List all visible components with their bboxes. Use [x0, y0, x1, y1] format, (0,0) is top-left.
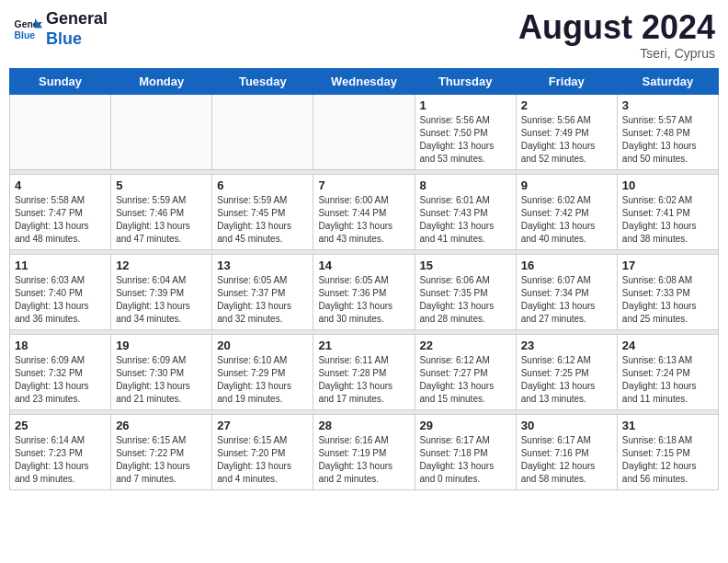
calendar-cell: 16Sunrise: 6:07 AM Sunset: 7:34 PM Dayli…	[516, 254, 617, 329]
calendar-week-4: 18Sunrise: 6:09 AM Sunset: 7:32 PM Dayli…	[10, 334, 719, 409]
calendar-cell	[111, 94, 212, 169]
day-number: 3	[622, 98, 713, 112]
calendar-cell: 8Sunrise: 6:01 AM Sunset: 7:43 PM Daylig…	[415, 174, 516, 249]
calendar-cell: 10Sunrise: 6:02 AM Sunset: 7:41 PM Dayli…	[617, 174, 718, 249]
day-info: Sunrise: 6:06 AM Sunset: 7:35 PM Dayligh…	[420, 274, 511, 326]
day-info: Sunrise: 6:10 AM Sunset: 7:29 PM Dayligh…	[217, 354, 308, 406]
calendar-cell: 7Sunrise: 6:00 AM Sunset: 7:44 PM Daylig…	[313, 174, 415, 249]
day-number: 11	[15, 259, 106, 272]
day-info: Sunrise: 6:18 AM Sunset: 7:15 PM Dayligh…	[622, 434, 713, 486]
calendar-cell: 5Sunrise: 5:59 AM Sunset: 7:46 PM Daylig…	[111, 174, 212, 249]
day-info: Sunrise: 6:02 AM Sunset: 7:42 PM Dayligh…	[521, 194, 612, 246]
location: Tseri, Cyprus	[518, 46, 715, 61]
day-number: 12	[116, 259, 207, 272]
calendar-cell: 11Sunrise: 6:03 AM Sunset: 7:40 PM Dayli…	[10, 254, 111, 329]
calendar-week-5: 25Sunrise: 6:14 AM Sunset: 7:23 PM Dayli…	[10, 414, 719, 489]
calendar-cell	[212, 94, 313, 169]
day-number: 1	[420, 98, 511, 112]
calendar-cell: 6Sunrise: 5:59 AM Sunset: 7:45 PM Daylig…	[212, 174, 313, 249]
calendar-cell: 12Sunrise: 6:04 AM Sunset: 7:39 PM Dayli…	[111, 254, 212, 329]
calendar-cell: 18Sunrise: 6:09 AM Sunset: 7:32 PM Dayli…	[10, 334, 111, 409]
day-number: 18	[15, 339, 106, 352]
svg-text:Blue: Blue	[15, 29, 36, 40]
weekday-header-saturday: Saturday	[617, 68, 718, 94]
day-info: Sunrise: 6:07 AM Sunset: 7:34 PM Dayligh…	[521, 274, 612, 326]
day-info: Sunrise: 6:08 AM Sunset: 7:33 PM Dayligh…	[622, 274, 713, 326]
weekday-header-tuesday: Tuesday	[212, 68, 313, 94]
day-number: 22	[420, 339, 511, 352]
day-number: 21	[318, 339, 409, 352]
calendar-week-3: 11Sunrise: 6:03 AM Sunset: 7:40 PM Dayli…	[10, 254, 719, 329]
day-info: Sunrise: 6:12 AM Sunset: 7:27 PM Dayligh…	[420, 354, 511, 406]
day-info: Sunrise: 6:12 AM Sunset: 7:25 PM Dayligh…	[521, 354, 612, 406]
day-number: 5	[116, 178, 207, 192]
logo: General Blue General Blue	[13, 9, 108, 49]
day-info: Sunrise: 6:14 AM Sunset: 7:23 PM Dayligh…	[15, 434, 106, 486]
weekday-header-friday: Friday	[516, 68, 617, 94]
day-info: Sunrise: 5:58 AM Sunset: 7:47 PM Dayligh…	[15, 194, 106, 246]
day-number: 23	[521, 339, 612, 352]
calendar-cell: 15Sunrise: 6:06 AM Sunset: 7:35 PM Dayli…	[415, 254, 516, 329]
logo-icon: General Blue	[13, 15, 42, 44]
day-number: 7	[318, 178, 409, 192]
month-title: August 2024	[518, 9, 715, 46]
calendar-cell: 20Sunrise: 6:10 AM Sunset: 7:29 PM Dayli…	[212, 334, 313, 409]
day-info: Sunrise: 6:15 AM Sunset: 7:22 PM Dayligh…	[116, 434, 207, 486]
calendar-cell: 4Sunrise: 5:58 AM Sunset: 7:47 PM Daylig…	[10, 174, 111, 249]
day-info: Sunrise: 5:56 AM Sunset: 7:49 PM Dayligh…	[521, 114, 612, 166]
day-number: 2	[521, 98, 612, 112]
day-info: Sunrise: 6:09 AM Sunset: 7:30 PM Dayligh…	[116, 354, 207, 406]
day-number: 27	[217, 419, 308, 432]
day-info: Sunrise: 6:02 AM Sunset: 7:41 PM Dayligh…	[622, 194, 713, 246]
calendar-cell: 21Sunrise: 6:11 AM Sunset: 7:28 PM Dayli…	[313, 334, 415, 409]
day-number: 30	[521, 419, 612, 432]
calendar-table: SundayMondayTuesdayWednesdayThursdayFrid…	[9, 68, 719, 490]
day-number: 13	[217, 259, 308, 272]
calendar-week-1: 1Sunrise: 5:56 AM Sunset: 7:50 PM Daylig…	[10, 94, 719, 169]
calendar-cell: 31Sunrise: 6:18 AM Sunset: 7:15 PM Dayli…	[617, 414, 718, 489]
day-info: Sunrise: 6:00 AM Sunset: 7:44 PM Dayligh…	[318, 194, 409, 246]
day-number: 4	[15, 178, 106, 192]
day-info: Sunrise: 5:59 AM Sunset: 7:46 PM Dayligh…	[116, 194, 207, 246]
day-number: 10	[622, 178, 713, 192]
day-number: 6	[217, 178, 308, 192]
day-number: 9	[521, 178, 612, 192]
calendar-cell: 24Sunrise: 6:13 AM Sunset: 7:24 PM Dayli…	[617, 334, 718, 409]
day-number: 14	[318, 259, 409, 272]
day-number: 29	[420, 419, 511, 432]
calendar-cell	[313, 94, 415, 169]
logo-line1: General	[46, 9, 108, 29]
day-info: Sunrise: 5:59 AM Sunset: 7:45 PM Dayligh…	[217, 194, 308, 246]
day-number: 28	[318, 419, 409, 432]
calendar-cell: 22Sunrise: 6:12 AM Sunset: 7:27 PM Dayli…	[415, 334, 516, 409]
calendar-cell	[10, 94, 111, 169]
calendar-cell: 25Sunrise: 6:14 AM Sunset: 7:23 PM Dayli…	[10, 414, 111, 489]
calendar-cell: 19Sunrise: 6:09 AM Sunset: 7:30 PM Dayli…	[111, 334, 212, 409]
weekday-header-sunday: Sunday	[10, 68, 111, 94]
day-info: Sunrise: 6:11 AM Sunset: 7:28 PM Dayligh…	[318, 354, 409, 406]
day-number: 8	[420, 178, 511, 192]
day-number: 16	[521, 259, 612, 272]
day-number: 20	[217, 339, 308, 352]
calendar-cell: 3Sunrise: 5:57 AM Sunset: 7:48 PM Daylig…	[617, 94, 718, 169]
calendar-cell: 14Sunrise: 6:05 AM Sunset: 7:36 PM Dayli…	[313, 254, 415, 329]
day-info: Sunrise: 5:57 AM Sunset: 7:48 PM Dayligh…	[622, 114, 713, 166]
day-number: 31	[622, 419, 713, 432]
day-info: Sunrise: 6:05 AM Sunset: 7:36 PM Dayligh…	[318, 274, 409, 326]
calendar-cell: 17Sunrise: 6:08 AM Sunset: 7:33 PM Dayli…	[617, 254, 718, 329]
day-info: Sunrise: 6:05 AM Sunset: 7:37 PM Dayligh…	[217, 274, 308, 326]
weekday-header-wednesday: Wednesday	[313, 68, 415, 94]
calendar-header-row: SundayMondayTuesdayWednesdayThursdayFrid…	[10, 68, 719, 94]
day-number: 15	[420, 259, 511, 272]
day-number: 25	[15, 419, 106, 432]
day-number: 26	[116, 419, 207, 432]
day-info: Sunrise: 6:15 AM Sunset: 7:20 PM Dayligh…	[217, 434, 308, 486]
weekday-header-monday: Monday	[111, 68, 212, 94]
day-info: Sunrise: 6:04 AM Sunset: 7:39 PM Dayligh…	[116, 274, 207, 326]
day-info: Sunrise: 6:03 AM Sunset: 7:40 PM Dayligh…	[15, 274, 106, 326]
calendar-cell: 23Sunrise: 6:12 AM Sunset: 7:25 PM Dayli…	[516, 334, 617, 409]
calendar-cell: 30Sunrise: 6:17 AM Sunset: 7:16 PM Dayli…	[516, 414, 617, 489]
calendar-cell: 1Sunrise: 5:56 AM Sunset: 7:50 PM Daylig…	[415, 94, 516, 169]
day-info: Sunrise: 6:09 AM Sunset: 7:32 PM Dayligh…	[15, 354, 106, 406]
day-number: 24	[622, 339, 713, 352]
